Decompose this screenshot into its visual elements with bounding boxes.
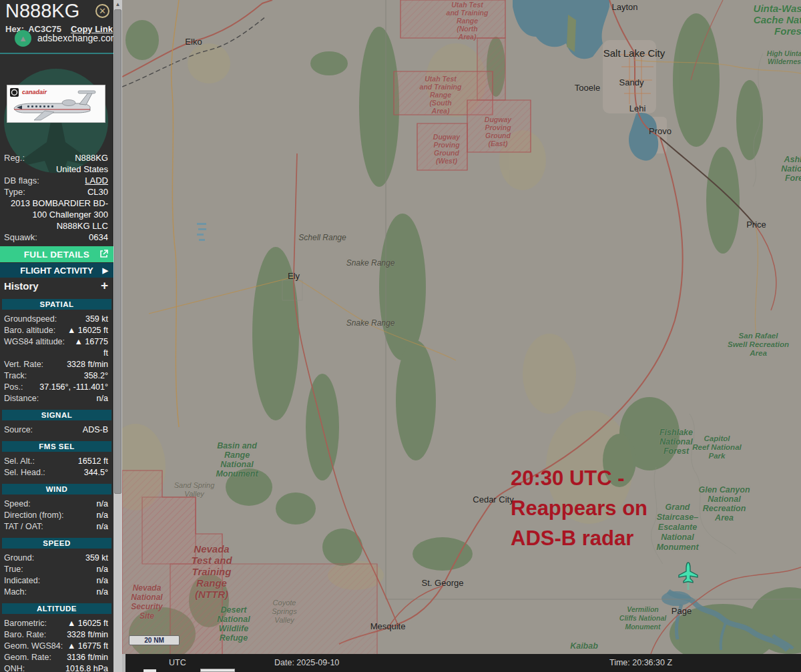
row-label: Pos.:	[4, 382, 23, 393]
map-label: Range	[457, 17, 478, 25]
section-header-fms-sel: FMS SEL	[2, 441, 111, 452]
map-label: Fishlake	[659, 428, 693, 437]
map-label: Recreation	[703, 504, 746, 513]
telemetry-row: Geom. Rate:3136 ft/min	[0, 652, 113, 663]
section-rows: Barometric:▲ 16025 ftBaro. Rate:3328 ft/…	[0, 618, 113, 672]
full-details-button[interactable]: FULL DETAILS	[0, 246, 113, 262]
map-label: and Training	[447, 9, 489, 17]
row-label: Sel. Alt.:	[4, 456, 35, 467]
map-label: Forest	[785, 174, 801, 183]
map-label: Sand Spring	[174, 481, 215, 489]
map-label: Tooele	[575, 83, 600, 93]
section-header-wind: WIND	[2, 484, 111, 494]
map-label: Security	[131, 602, 162, 611]
map-label: Area	[750, 349, 767, 357]
map-label: Staircase–	[657, 513, 699, 522]
row-label: Sel. Head.:	[4, 467, 45, 478]
map-label: San Rafael	[739, 332, 778, 340]
map-label: Ground	[434, 149, 459, 157]
map-label: Page	[672, 606, 692, 616]
map-label: Basin and	[217, 441, 257, 450]
map-label: Area)	[432, 107, 450, 115]
row-value: ▲ 16775 ft	[69, 336, 108, 359]
aircraft-photo[interactable]: canadair	[7, 85, 105, 123]
map-label: Utah Test	[425, 75, 456, 83]
map-label: Area	[715, 513, 734, 523]
map-label: National	[781, 164, 801, 174]
ladd-link[interactable]: LADD	[43, 175, 108, 186]
scrollbar-thumb[interactable]	[114, 9, 121, 494]
map-label: Schell Range	[298, 233, 346, 242]
map-label: Provo	[649, 126, 672, 136]
row-label: Direction (from):	[4, 510, 64, 521]
map-label: Forest	[663, 446, 689, 456]
row-label: Groundspeed:	[4, 314, 57, 325]
section-rows: Speed:n/aDirection (from):n/aTAT / OAT:n…	[0, 498, 113, 533]
telemetry-row: Groundspeed:359 kt	[0, 314, 113, 325]
photo-logo-text: canadair	[22, 89, 47, 95]
telemetry-row: WGS84 altitude:▲ 16775 ft	[0, 336, 113, 359]
telemetry-row: Barometric:▲ 16025 ft	[0, 618, 113, 629]
telemetry-row: QNH:1016.8 hPa	[0, 663, 113, 672]
row-label: Source:	[4, 424, 33, 436]
sidebar-scrollbar[interactable]: ▲	[113, 0, 122, 672]
row-value: ADS-B	[37, 424, 108, 436]
row-label: QNH:	[4, 663, 25, 672]
map-label: Range	[224, 450, 250, 460]
callsign-title: N888KG	[5, 0, 79, 22]
map-label: Valley	[184, 490, 204, 498]
annotation-line-1: 20:30 UTC -	[511, 463, 647, 493]
map-label: National	[661, 533, 694, 542]
map-label: Swell Recreation	[728, 340, 789, 348]
row-value: 3328 ft/min	[47, 359, 108, 370]
map-label: (East)	[488, 139, 507, 147]
date-label: Date: 2025-09-10	[274, 658, 339, 667]
telemetry-row: Baro. altitude:▲ 16025 ft	[0, 325, 113, 336]
telemetry-row: Sel. Alt.:16512 ft	[0, 456, 113, 467]
map-label: Park	[709, 452, 726, 460]
map-label: Proving	[485, 123, 511, 131]
map-label: Escalante	[658, 523, 697, 532]
row-value: n/a	[47, 521, 108, 533]
map-label: Uinta-Wasatch-	[754, 3, 801, 14]
scrollbar-up-icon[interactable]: ▲	[113, 0, 122, 9]
flight-activity-button[interactable]: FLIGHT ACTIVITY ▶	[0, 263, 113, 278]
telemetry-row: Direction (from):n/a	[0, 510, 113, 521]
map-label: Kaibab	[570, 641, 598, 651]
telemetry-row: Source:ADS-B	[0, 424, 113, 436]
map-label: Snake Range	[346, 318, 395, 328]
telemetry-row: Pos.:37.156°, -111.401°	[0, 382, 113, 393]
row-label: Geom. Rate:	[4, 652, 51, 663]
timeline-edge	[122, 654, 125, 672]
map-label: Monument	[625, 623, 660, 631]
map-label: Range	[196, 577, 227, 589]
panel-sections: SPATIALGroundspeed:359 ktBaro. altitude:…	[0, 299, 113, 672]
map-label: Utah Test	[451, 1, 483, 9]
row-value: 1016.8 hPa	[29, 663, 108, 672]
aircraft-icon[interactable]	[677, 561, 700, 595]
map-label: Desert	[221, 605, 247, 615]
map-canvas[interactable]: ElkoLaytonSalt Lake CityTooeleSandyLehiP…	[122, 0, 801, 654]
telemetry-row: Mach:n/a	[0, 587, 113, 598]
history-row[interactable]: History +	[0, 278, 113, 294]
close-icon[interactable]: ✕	[95, 4, 109, 18]
aircraft-info-panel: N888KG ✕ Hex:AC3C75Copy Link ▲ adsbexcha…	[0, 0, 113, 672]
map-label: High Uintas	[767, 49, 801, 57]
brand-text[interactable]: adsbexchange.com	[37, 33, 113, 43]
map-label: (West)	[436, 157, 457, 165]
row-label: True:	[4, 564, 23, 575]
map-label: Cliffs National	[619, 614, 666, 622]
map-label: (NTTR)	[195, 589, 228, 600]
map-label: Salt Lake City	[603, 47, 665, 59]
map-label: Refuge	[220, 633, 248, 643]
map-label: National	[220, 460, 253, 469]
row-value: 3328 ft/min	[50, 629, 108, 641]
map-label: Range	[430, 91, 451, 99]
map-scale: 20 NM	[129, 635, 180, 645]
annotation-line-2: Reappears on	[511, 493, 647, 523]
chevron-right-icon: ▶	[103, 266, 108, 275]
history-add-icon[interactable]: +	[101, 278, 108, 293]
timeline-button-stub[interactable]	[144, 669, 156, 672]
row-label: Indicated:	[4, 575, 40, 587]
timeline-button-stub[interactable]	[200, 669, 235, 672]
